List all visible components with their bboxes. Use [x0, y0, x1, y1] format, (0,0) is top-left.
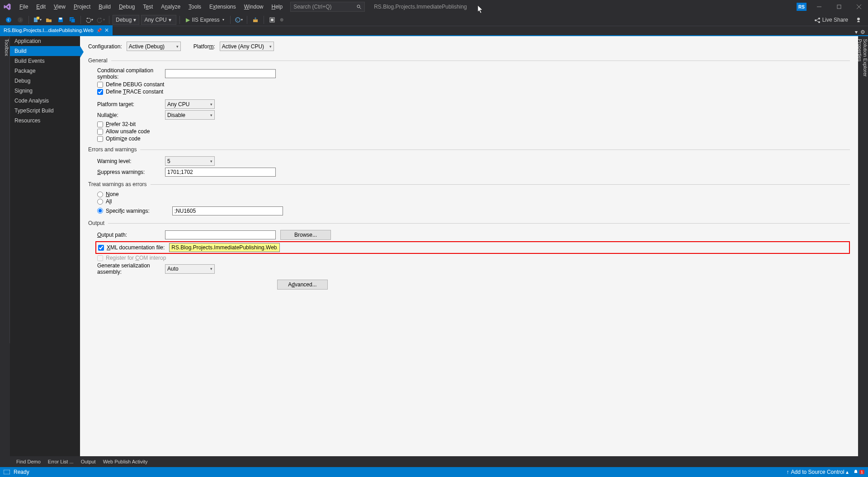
search-input[interactable]: Search (Ctrl+Q) — [290, 2, 365, 12]
nav-fwd-icon[interactable] — [15, 15, 25, 25]
menu-debug[interactable]: Debug — [115, 2, 139, 11]
prefer32-checkbox[interactable] — [97, 122, 103, 127]
build-properties-body: Configuration: Active (Debug)▾ Platform:… — [80, 36, 858, 456]
menu-extensions[interactable]: Extensions — [205, 2, 240, 11]
svg-rect-13 — [71, 19, 75, 23]
advanced-button[interactable]: Advanced... — [277, 280, 328, 290]
document-tabs: RS.Blog.Projects.I...diatePublishing.Web… — [0, 26, 868, 36]
close-button[interactable] — [852, 2, 866, 12]
xml-doc-label: XML documentation file: — [107, 244, 165, 251]
output-path-input[interactable] — [165, 230, 276, 239]
nav-back-icon[interactable] — [4, 15, 14, 25]
minimize-button[interactable] — [812, 2, 826, 12]
save-all-icon[interactable] — [67, 15, 77, 25]
treat-none-radio[interactable] — [97, 192, 103, 197]
platform-target-select[interactable]: Any CPU▾ — [165, 99, 215, 109]
main-toolbar: ▾ ▾ ▾ Debug▾ Any CPU▾ ▶IIS Express▾ ▾ ⊕ … — [0, 14, 868, 26]
browser-link-icon[interactable]: ▾ — [234, 15, 244, 25]
svg-rect-16 — [271, 19, 274, 21]
svg-point-17 — [815, 19, 816, 21]
user-badge[interactable]: RS — [797, 3, 807, 11]
menu-help[interactable]: Help — [267, 2, 287, 11]
save-icon[interactable] — [56, 15, 66, 25]
bottom-tab-output[interactable]: Output — [77, 458, 99, 466]
platform-select[interactable]: Active (Any CPU)▾ — [220, 42, 274, 51]
cond-symbols-input[interactable] — [165, 69, 276, 78]
nav-typescript-build[interactable]: TypeScript Build — [10, 106, 80, 116]
live-share-button[interactable]: Live Share — [811, 15, 851, 25]
document-tab-active[interactable]: RS.Blog.Projects.I...diatePublishing.Web… — [0, 25, 113, 35]
com-interop-checkbox — [97, 255, 103, 261]
bottom-tab-error-list[interactable]: Error List ... — [44, 458, 77, 466]
configuration-select[interactable]: Active (Debug)▾ — [127, 42, 181, 51]
undo-icon[interactable]: ▾ — [84, 15, 94, 25]
nav-code-analysis[interactable]: Code Analysis — [10, 96, 80, 106]
run-button[interactable]: ▶IIS Express▾ — [183, 15, 226, 25]
nav-package[interactable]: Package — [10, 66, 80, 76]
nav-debug[interactable]: Debug — [10, 76, 80, 86]
bottom-tab-find-demo[interactable]: Find Demo — [13, 458, 44, 466]
nav-resources[interactable]: Resources — [10, 116, 80, 126]
suppress-input[interactable] — [165, 168, 276, 177]
maximize-button[interactable] — [832, 2, 846, 12]
tab-overflow-icon[interactable]: ▾ — [855, 29, 858, 35]
warning-level-select[interactable]: 5▾ — [165, 156, 215, 166]
nav-signing[interactable]: Signing — [10, 86, 80, 96]
nullable-select[interactable]: Disable▾ — [165, 110, 215, 120]
extension-icon[interactable] — [267, 15, 277, 25]
treat-specific-radio[interactable] — [97, 208, 103, 214]
redo-icon[interactable]: ▾ — [96, 15, 106, 25]
treat-all-radio[interactable] — [97, 199, 103, 205]
tab-gear-icon[interactable]: ⚙ — [860, 29, 865, 35]
svg-line-1 — [360, 8, 361, 9]
nav-build[interactable]: Build — [10, 46, 80, 56]
gen-serialization-select[interactable]: Auto▾ — [165, 264, 215, 274]
menu-window[interactable]: Window — [240, 2, 268, 11]
status-bar: Ready ↑Add to Source Control ▴ 1 — [0, 467, 868, 477]
optimize-checkbox[interactable] — [97, 136, 103, 142]
toolbox-panel-tab[interactable]: Toolbox — [0, 36, 10, 343]
xml-doc-input[interactable] — [169, 243, 280, 252]
menu-project[interactable]: Project — [70, 2, 94, 11]
bottom-tab-web-publish[interactable]: Web Publish Activity — [99, 458, 151, 466]
search-placeholder: Search (Ctrl+Q) — [293, 4, 331, 10]
xml-doc-checkbox[interactable] — [98, 245, 104, 251]
publish-icon[interactable] — [250, 15, 260, 25]
vs-logo-icon — [2, 1, 13, 12]
nav-build-events[interactable]: Build Events — [10, 56, 80, 66]
svg-rect-3 — [837, 5, 841, 9]
unsafe-checkbox[interactable] — [97, 129, 103, 135]
pin-icon[interactable]: 📌 — [96, 28, 102, 33]
treat-section-head: Treat warnings as errors — [88, 181, 147, 187]
search-icon — [356, 4, 362, 9]
svg-point-7 — [18, 17, 23, 23]
platform-dropdown[interactable]: Any CPU▾ — [141, 15, 176, 25]
menu-test[interactable]: Test — [139, 2, 157, 11]
nav-application[interactable]: Application — [10, 36, 80, 46]
errors-section-head: Errors and warnings — [88, 146, 137, 153]
debug-const-checkbox[interactable] — [97, 82, 103, 88]
add-source-control-button[interactable]: ↑Add to Source Control ▴ — [787, 469, 849, 475]
config-dropdown[interactable]: Debug▾ — [113, 15, 139, 25]
menu-analyze[interactable]: Analyze — [157, 2, 184, 11]
trace-const-checkbox[interactable] — [97, 89, 103, 95]
open-icon[interactable] — [44, 15, 54, 25]
output-path-label: Output path: — [97, 232, 160, 238]
menu-build[interactable]: Build — [94, 2, 115, 11]
svg-rect-21 — [4, 470, 10, 474]
unsafe-label: Allow unsafe code — [106, 128, 150, 135]
specific-warnings-input[interactable] — [172, 206, 283, 215]
bottom-panel-tabs: Find Demo Error List ... Output Web Publ… — [10, 456, 858, 467]
tab-close-icon[interactable]: ✕ — [104, 27, 109, 33]
menu-view[interactable]: View — [50, 2, 70, 11]
properties-nav: Application Build Build Events Package D… — [10, 36, 80, 456]
browse-button[interactable]: Browse... — [280, 230, 331, 240]
feedback-icon[interactable] — [854, 15, 864, 25]
menu-tools[interactable]: Tools — [184, 2, 205, 11]
solution-explorer-tab[interactable]: Solution Explorer — [863, 39, 868, 337]
menu-file[interactable]: File — [15, 2, 32, 11]
svg-rect-11 — [59, 18, 62, 19]
notifications-icon[interactable]: 1 — [853, 469, 864, 475]
new-item-icon[interactable]: ▾ — [32, 15, 42, 25]
menu-edit[interactable]: Edit — [32, 2, 50, 11]
